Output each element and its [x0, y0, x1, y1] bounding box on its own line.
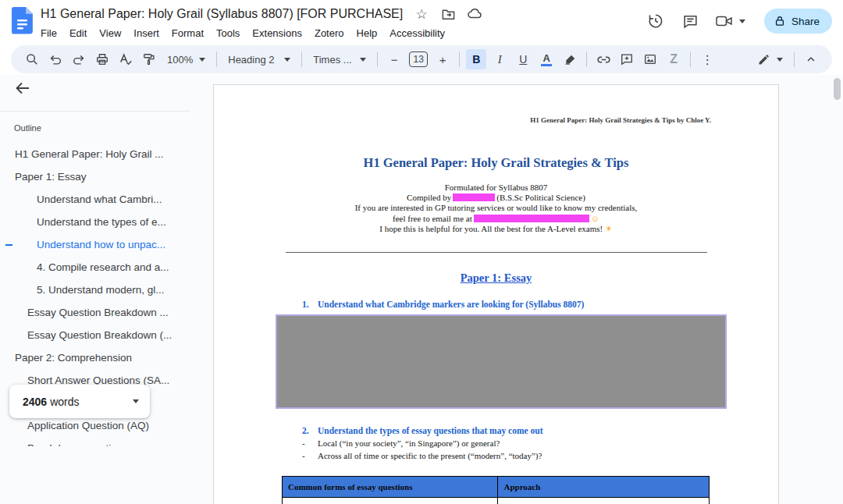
comments-icon[interactable]	[681, 11, 701, 31]
redacted-name	[453, 193, 495, 201]
text-color-bar	[541, 64, 552, 66]
spellcheck-icon[interactable]	[116, 49, 136, 69]
undo-icon[interactable]	[45, 49, 66, 69]
insert-link-icon[interactable]	[593, 49, 614, 69]
table-cell-empty[interactable]	[283, 498, 498, 504]
section-1-heading[interactable]: 1.Understand what Cambridge markers are …	[302, 300, 584, 309]
table-cell-empty[interactable]	[498, 498, 710, 504]
cloud-saved-icon[interactable]	[467, 6, 482, 22]
intro-line-2[interactable]: Compiled by(B.S.Sc Political Science)	[214, 193, 778, 203]
outline-item[interactable]: Essay Question Breakdown (...	[0, 324, 190, 346]
add-comment-icon[interactable]	[617, 49, 637, 69]
outline-sidebar: Outline H1 General Paper: Holy Grail ...…	[0, 75, 190, 504]
editing-mode-select[interactable]	[751, 49, 789, 69]
menu-item-insert[interactable]: Insert	[127, 26, 165, 41]
video-call-caret-icon	[739, 20, 745, 23]
google-docs-logo[interactable]	[12, 7, 34, 35]
paper1-heading[interactable]: Paper 1: Essay	[214, 272, 778, 285]
insert-image-icon[interactable]	[640, 49, 660, 69]
share-button[interactable]: Share	[764, 9, 832, 34]
menu-item-extensions[interactable]: Extensions	[246, 26, 308, 41]
paragraph-style-value: Heading 2	[228, 54, 274, 66]
increase-font-size-button[interactable]: +	[432, 49, 453, 69]
outline-item[interactable]: Understand how to unpac...	[0, 233, 190, 256]
zoom-caret-icon	[199, 58, 205, 62]
collapse-toolbar-icon[interactable]	[801, 49, 821, 69]
move-to-folder-icon[interactable]	[440, 6, 456, 22]
bullet-2[interactable]: -Across all of time or specific to the p…	[302, 451, 542, 460]
font-size-input[interactable]: 13	[409, 51, 428, 67]
font-family-value: Times ...	[313, 54, 351, 66]
video-call-menu[interactable]	[715, 13, 745, 29]
intro-line-3[interactable]: If you are interested in GP tutoring ser…	[214, 203, 778, 213]
outline-heading: Outline	[14, 123, 41, 133]
style-caret-icon	[284, 58, 290, 62]
text-color-button[interactable]: A	[536, 49, 557, 69]
intro-line-5[interactable]: I hope this is helpful for you. All the …	[214, 224, 778, 234]
word-count-widget[interactable]: 2406 words	[9, 385, 150, 418]
outline-item[interactable]: 4. Compile research and a...	[0, 256, 190, 279]
bold-button[interactable]: B	[466, 49, 486, 69]
word-count-unit: words	[50, 396, 79, 408]
outline-item[interactable]: H1 General Paper: Holy Grail ...	[0, 143, 190, 165]
menu-item-tools[interactable]: Tools	[210, 26, 246, 41]
doc-main-title[interactable]: H1 General Paper: Holy Grail Strategies …	[214, 155, 778, 171]
redacted-email	[474, 215, 589, 222]
outline-item[interactable]: Paper 1: Essay	[0, 165, 190, 188]
italic-button[interactable]: I	[489, 49, 510, 69]
editing-pencil-icon	[757, 53, 770, 66]
formatting-toolbar: 100% Heading 2 Times ... − 13 + B I U A	[11, 45, 832, 73]
back-arrow-icon[interactable]	[14, 80, 31, 97]
menu-item-zotero[interactable]: Zotero	[308, 26, 350, 41]
outline-item[interactable]: Understand what Cambri...	[0, 188, 190, 211]
decrease-font-size-button[interactable]: −	[384, 49, 404, 69]
star-icon[interactable]: ☆	[414, 6, 429, 22]
share-button-label: Share	[791, 16, 820, 27]
table-header-common-forms[interactable]: Common forms of essay questions	[283, 477, 498, 498]
outline-item[interactable]: Understand the types of e...	[0, 211, 190, 233]
print-icon[interactable]	[92, 49, 112, 69]
essay-forms-table: Common forms of essay questions Approach	[282, 476, 710, 504]
zoom-select[interactable]: 100%	[161, 49, 212, 69]
section-2-heading[interactable]: 2.Understand the types of essay question…	[302, 426, 542, 435]
version-history-icon[interactable]	[646, 11, 666, 31]
underline-button[interactable]: U	[513, 49, 533, 69]
menu-item-view[interactable]: View	[93, 26, 127, 41]
font-caret-icon	[360, 58, 366, 62]
zotero-icon[interactable]: Z	[663, 49, 684, 69]
doc-intro[interactable]: Formulated for Syllabus 8807 Compiled by…	[214, 183, 778, 234]
menu-item-file[interactable]: File	[34, 26, 63, 41]
outline-item[interactable]: Essay Question Breakdown ...	[0, 301, 190, 324]
lock-icon	[774, 15, 786, 27]
sun-emoji: ☀	[605, 224, 613, 233]
font-family-select[interactable]: Times ...	[307, 49, 372, 69]
menu-item-accessibility[interactable]: Accessibility	[383, 26, 451, 41]
intro-line-1[interactable]: Formulated for Syllabus 8807	[214, 183, 778, 193]
word-count-value: 2406	[23, 396, 47, 408]
bullet-1[interactable]: -Local (“in your society”, “in Singapore…	[302, 438, 500, 448]
redo-icon[interactable]	[69, 49, 89, 69]
document-page[interactable]: H1 General Paper: Holy Grail Strategies …	[213, 84, 779, 504]
sidebar-divider	[0, 111, 190, 112]
scrollbar-thumb[interactable]	[834, 78, 841, 100]
zoom-value: 100%	[167, 54, 193, 66]
running-header[interactable]: H1 General Paper: Holy Grail Strategies …	[530, 116, 711, 124]
menu-item-format[interactable]: Format	[165, 26, 210, 41]
redacted-image-block[interactable]	[276, 314, 727, 409]
document-title[interactable]: H1 General Paper: Holy Grail (Syllabus 8…	[41, 7, 403, 21]
intro-line-4[interactable]: feel free to email me at☺	[214, 214, 778, 224]
smiley-emoji: ☺	[591, 214, 599, 223]
menu-item-help[interactable]: Help	[350, 26, 384, 41]
outline-item[interactable]: 5. Understand modern, gl...	[0, 279, 190, 301]
outline-item[interactable]: Breakdown questio...	[0, 437, 190, 446]
more-options-icon[interactable]: ⋮	[697, 49, 717, 69]
search-menus-icon[interactable]	[22, 49, 42, 69]
outline-item[interactable]: Paper 2: Comprehension	[0, 346, 190, 369]
video-call-icon	[715, 13, 734, 29]
highlight-color-icon[interactable]	[560, 49, 580, 69]
menu-item-edit[interactable]: Edit	[63, 26, 93, 41]
menu-bar: FileEditViewInsertFormatToolsExtensionsZ…	[34, 26, 482, 41]
paragraph-style-select[interactable]: Heading 2	[222, 49, 297, 69]
table-header-approach[interactable]: Approach	[498, 477, 710, 498]
paint-format-icon[interactable]	[139, 49, 159, 69]
